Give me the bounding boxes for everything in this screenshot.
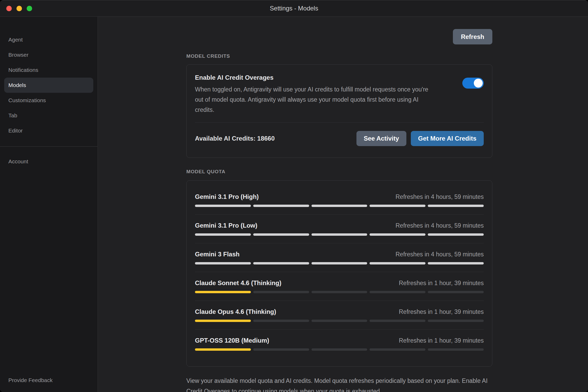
quota-bar-segment (195, 233, 251, 236)
model-refresh-time: Refreshes in 4 hours, 59 minutes (395, 193, 484, 200)
sidebar-item-notifications[interactable]: Notifications (4, 62, 93, 78)
window-title: Settings - Models (0, 5, 588, 12)
sidebar-item-models[interactable]: Models (4, 78, 93, 93)
settings-content: Refresh MODEL CREDITS Enable AI Credit O… (98, 17, 588, 392)
quota-bar-segment (312, 291, 367, 293)
quota-row: Claude Opus 4.6 (Thinking)Refreshes in 1… (195, 308, 484, 322)
model-credits-section-title: MODEL CREDITS (186, 53, 492, 59)
model-name: Gemini 3 Flash (195, 251, 240, 258)
quota-bar-segment (253, 205, 309, 207)
available-credits-text: Available AI Credits: 18660 (195, 135, 275, 142)
quota-bar (195, 291, 484, 293)
quota-bar-segment (195, 205, 251, 207)
quota-bar-segment (370, 233, 425, 236)
sidebar-item-label: Tab (8, 112, 17, 119)
quota-row: Gemini 3 FlashRefreshes in 4 hours, 59 m… (195, 251, 484, 264)
quota-bar-segment (312, 320, 367, 322)
quota-bar-segment (195, 291, 251, 293)
model-quota-card: Gemini 3.1 Pro (High)Refreshes in 4 hour… (186, 180, 492, 367)
model-name: Gemini 3.1 Pro (Low) (195, 222, 257, 229)
quota-bar-segment (370, 291, 425, 293)
model-name: Gemini 3.1 Pro (High) (195, 193, 259, 200)
card-divider (195, 122, 484, 123)
sidebar-item-account[interactable]: Account (4, 154, 93, 169)
window-body: Agent Browser Notifications Models Custo… (0, 17, 588, 392)
available-credits-label: Available AI Credits: (195, 135, 256, 142)
row-divider (195, 329, 484, 330)
sidebar-item-label: Agent (8, 37, 23, 43)
quota-bar (195, 205, 484, 207)
sidebar-item-browser[interactable]: Browser (4, 47, 93, 62)
quota-bar-segment (428, 320, 484, 322)
sidebar-item-editor[interactable]: Editor (4, 123, 93, 138)
sidebar-item-customizations[interactable]: Customizations (4, 93, 93, 108)
row-divider (195, 214, 484, 215)
sidebar-item-agent[interactable]: Agent (4, 32, 93, 47)
toggle-knob (474, 79, 483, 88)
get-more-credits-button[interactable]: Get More AI Credits (411, 131, 484, 146)
sidebar-item-label: Browser (8, 52, 28, 58)
quota-footer-description: View your available model quota and AI c… (186, 376, 492, 392)
refresh-button[interactable]: Refresh (453, 29, 492, 44)
quota-bar-segment (428, 262, 484, 264)
quota-bar-segment (312, 262, 367, 264)
sidebar-item-label: Editor (8, 128, 23, 134)
quota-bar-segment (428, 205, 484, 207)
model-refresh-time: Refreshes in 1 hour, 39 minutes (399, 280, 484, 287)
overages-title: Enable AI Credit Overages (195, 74, 438, 81)
model-quota-section-title: MODEL QUOTA (186, 169, 492, 175)
sidebar-item-label: Notifications (8, 67, 38, 73)
quota-row: GPT-OSS 120B (Medium)Refreshes in 1 hour… (195, 337, 484, 351)
quota-bar (195, 262, 484, 264)
quota-bar-segment (253, 291, 309, 293)
quota-bar-segment (312, 348, 367, 351)
model-name: Claude Sonnet 4.6 (Thinking) (195, 279, 281, 287)
model-name: GPT-OSS 120B (Medium) (195, 337, 269, 344)
quota-bar-segment (253, 233, 309, 236)
quota-bar-segment (253, 320, 309, 322)
quota-bar (195, 348, 484, 351)
sidebar-item-tab[interactable]: Tab (4, 108, 93, 123)
quota-bar-segment (428, 291, 484, 293)
quota-bar-segment (195, 320, 251, 322)
sidebar-item-label: Account (8, 158, 28, 165)
model-refresh-time: Refreshes in 1 hour, 39 minutes (399, 337, 484, 344)
see-activity-button[interactable]: See Activity (356, 131, 406, 146)
settings-window: Settings - Models Agent Browser Notifica… (0, 0, 588, 392)
model-name: Claude Opus 4.6 (Thinking) (195, 308, 276, 315)
model-credits-card: Enable AI Credit Overages When toggled o… (186, 64, 492, 158)
quota-bar-segment (370, 262, 425, 264)
quota-bar-segment (253, 262, 309, 264)
quota-bar-segment (312, 233, 367, 236)
quota-bar-segment (370, 205, 425, 207)
quota-row: Gemini 3.1 Pro (High)Refreshes in 4 hour… (195, 193, 484, 207)
row-divider (195, 272, 484, 272)
quota-bar-segment (370, 348, 425, 351)
sidebar-item-label: Provide Feedback (8, 377, 53, 383)
sidebar-item-label: Customizations (8, 97, 46, 103)
quota-bar-segment (312, 205, 367, 207)
row-divider (195, 243, 484, 243)
quota-row: Gemini 3.1 Pro (Low)Refreshes in 4 hours… (195, 222, 484, 236)
overages-description: When toggled on, Antigravity will use yo… (195, 84, 438, 115)
quota-bar-segment (253, 348, 309, 351)
sidebar-item-provide-feedback[interactable]: Provide Feedback (4, 373, 93, 388)
quota-bar (195, 320, 484, 322)
quota-bar-segment (428, 348, 484, 351)
title-bar: Settings - Models (0, 0, 588, 17)
quota-bar (195, 233, 484, 236)
quota-bar-segment (195, 348, 251, 351)
model-refresh-time: Refreshes in 4 hours, 59 minutes (395, 251, 484, 258)
row-divider (195, 301, 484, 301)
quota-bar-segment (195, 262, 251, 264)
model-refresh-time: Refreshes in 4 hours, 59 minutes (395, 222, 484, 229)
quota-row: Claude Sonnet 4.6 (Thinking)Refreshes in… (195, 279, 484, 293)
available-credits-value: 18660 (257, 135, 275, 142)
model-refresh-time: Refreshes in 1 hour, 39 minutes (399, 308, 484, 315)
overages-toggle[interactable] (462, 78, 484, 89)
sidebar-divider (0, 146, 97, 147)
sidebar-item-label: Models (8, 82, 26, 88)
settings-sidebar: Agent Browser Notifications Models Custo… (0, 17, 98, 392)
quota-bar-segment (428, 233, 484, 236)
quota-bar-segment (370, 320, 425, 322)
